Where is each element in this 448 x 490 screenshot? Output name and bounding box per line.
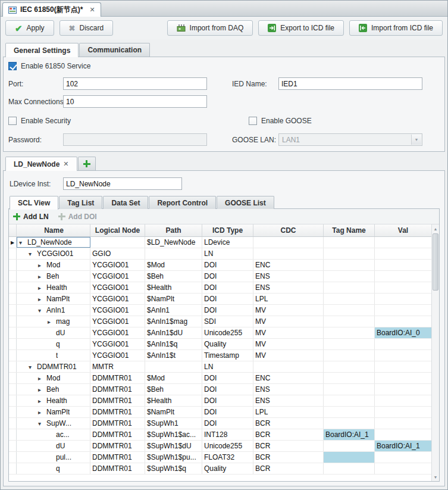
cell-tag-name[interactable] — [324, 395, 375, 406]
table-row[interactable]: ▾SupW...DDMMTR01$SupWh1DOIBCR — [9, 418, 431, 429]
add-doi-button[interactable]: Add DOI — [58, 213, 97, 221]
header-logical-node[interactable]: Logical Node — [90, 224, 145, 236]
port-input[interactable] — [63, 77, 207, 90]
cell-tag-name[interactable] — [324, 237, 375, 248]
cell-val[interactable] — [375, 384, 431, 395]
add-ln-button[interactable]: Add LN — [13, 213, 49, 221]
row-gutter[interactable] — [9, 339, 17, 349]
row-gutter[interactable] — [9, 260, 17, 270]
row-gutter[interactable] — [9, 418, 17, 429]
cell-tag-name[interactable] — [324, 305, 375, 316]
table-row[interactable]: dUYCGGIO01$AnIn1$dUUnicode255MVBoardIO:A… — [9, 327, 431, 339]
enable-61850-service-checkbox[interactable]: Enable 61850 Service — [8, 62, 90, 70]
row-gutter[interactable] — [9, 452, 17, 463]
tab-general-settings[interactable]: General Settings — [5, 43, 79, 57]
collapse-arrow-icon[interactable]: ▾ — [29, 364, 37, 370]
expand-arrow-icon[interactable]: ▸ — [48, 319, 56, 325]
cell-tag-name[interactable] — [324, 407, 375, 417]
cell-tag-name[interactable] — [324, 463, 375, 474]
tab-ld-newnode[interactable]: LD_NewNode ✕ — [5, 157, 77, 171]
table-row[interactable]: ▶▾LD_NewNode$LD_NewNodeLDevice — [9, 237, 431, 248]
cell-val[interactable]: BoardIO:AI_0 — [375, 327, 431, 338]
tab-data-set[interactable]: Data Set — [103, 196, 148, 209]
cell-val[interactable] — [375, 373, 431, 383]
tab-scl-view[interactable]: SCL View — [10, 196, 58, 210]
cell-val[interactable] — [375, 418, 431, 429]
import-from-daq-button[interactable]: Import from DAQ — [167, 20, 253, 36]
cell-tag-name[interactable] — [324, 271, 375, 282]
header-icd-type[interactable]: ICD Type — [202, 224, 253, 236]
expand-arrow-icon[interactable]: ▸ — [38, 262, 46, 269]
row-gutter[interactable] — [9, 463, 17, 474]
checkbox-unchecked-icon[interactable] — [249, 117, 257, 125]
table-row[interactable]: ▸BehYCGGIO01$BehDOIENS — [9, 271, 431, 282]
enable-security-checkbox[interactable]: Enable Security — [8, 117, 71, 125]
expand-arrow-icon[interactable]: ▸ — [38, 285, 46, 291]
cell-val[interactable] — [375, 294, 431, 304]
collapse-arrow-icon[interactable]: ▾ — [38, 307, 46, 314]
table-row[interactable]: ▾AnIn1YCGGIO01$AnIn1DOIMV — [9, 305, 431, 316]
row-gutter[interactable] — [9, 373, 17, 383]
cell-val[interactable] — [375, 271, 431, 282]
cell-tag-name[interactable]: BoardIO:AI_1 — [324, 429, 375, 440]
row-gutter[interactable] — [9, 395, 17, 406]
cell-tag-name[interactable] — [324, 350, 375, 361]
row-gutter[interactable] — [9, 441, 17, 451]
expand-arrow-icon[interactable]: ▸ — [38, 296, 46, 302]
cell-val[interactable] — [375, 429, 431, 440]
table-row[interactable]: ▸NamPltDDMMTR01$NamPltDOILPL — [9, 407, 431, 418]
header-path[interactable]: Path — [145, 224, 202, 236]
table-row[interactable]: ▸ModDDMMTR01$ModDOIENC — [9, 373, 431, 384]
cell-tag-name[interactable] — [324, 339, 375, 349]
cell-val[interactable] — [375, 316, 431, 327]
checkbox-checked-icon[interactable] — [8, 62, 17, 70]
table-row[interactable]: ▸NamPltYCGGIO01$NamPltDOILPL — [9, 294, 431, 305]
row-gutter[interactable] — [9, 429, 17, 440]
table-row[interactable]: ▸HealthDDMMTR01$HealthDOIENS — [9, 395, 431, 407]
table-row[interactable]: ▾DDMMTR01MMTRLN — [9, 361, 431, 373]
table-row[interactable]: pul...DDMMTR01$SupWh1$pu...FLOAT32BCR — [9, 452, 431, 463]
table-row[interactable]: ▸magYCGGIO01$AnIn1$magSDIMV — [9, 316, 431, 327]
header-cdc[interactable]: CDC — [253, 224, 324, 236]
apply-button[interactable]: ✔ Apply — [5, 20, 54, 36]
tab-communication[interactable]: Communication — [79, 43, 150, 57]
table-row[interactable]: ▸HealthYCGGIO01$HealthDOIENS — [9, 282, 431, 294]
cell-tag-name[interactable] — [324, 373, 375, 383]
cell-val[interactable] — [375, 350, 431, 361]
cell-tag-name[interactable] — [324, 282, 375, 293]
table-row[interactable]: tYCGGIO01$AnIn1$tTimestampMV — [9, 350, 431, 361]
add-ldevice-tab-button[interactable] — [78, 157, 96, 170]
cell-tag-name[interactable] — [324, 361, 375, 372]
row-gutter[interactable] — [9, 361, 17, 372]
cell-tag-name[interactable] — [324, 260, 375, 270]
tab-goose-list[interactable]: GOOSE List — [217, 196, 274, 209]
cell-val[interactable] — [375, 361, 431, 372]
collapse-arrow-icon[interactable]: ▾ — [19, 239, 27, 246]
close-tab-icon[interactable]: ✕ — [89, 6, 95, 14]
header-name[interactable]: Name — [17, 224, 90, 236]
collapse-arrow-icon[interactable]: ▾ — [38, 420, 46, 427]
table-row[interactable]: qYCGGIO01$AnIn1$qQualityMV — [9, 339, 431, 350]
expand-arrow-icon[interactable]: ▸ — [38, 273, 46, 280]
cell-tag-name[interactable] — [324, 418, 375, 429]
row-gutter[interactable] — [9, 248, 17, 259]
current-row-indicator[interactable]: ▶ — [9, 237, 17, 248]
expand-arrow-icon[interactable]: ▸ — [38, 409, 46, 416]
expand-arrow-icon[interactable]: ▸ — [38, 375, 46, 382]
row-gutter[interactable] — [9, 350, 17, 361]
doc-tab-iec61850[interactable]: IEC 61850(新节点)* ✕ — [2, 2, 101, 17]
cell-tag-name[interactable] — [324, 248, 375, 259]
cell-tag-name[interactable] — [324, 452, 375, 463]
expand-arrow-icon[interactable]: ▸ — [38, 386, 46, 393]
cell-val[interactable] — [375, 407, 431, 417]
cell-val[interactable] — [375, 395, 431, 406]
cell-val[interactable] — [375, 463, 431, 474]
table-row[interactable]: dUDDMMTR01$SupWh1$dUUnicode255BCRBoardIO… — [9, 441, 431, 452]
header-val[interactable]: Val — [375, 224, 431, 236]
ied-name-input[interactable] — [278, 77, 422, 90]
scrollbar-thumb[interactable] — [433, 233, 438, 291]
row-gutter[interactable] — [9, 407, 17, 417]
cell-val[interactable] — [375, 339, 431, 349]
row-gutter[interactable] — [9, 271, 17, 282]
cell-val[interactable] — [375, 305, 431, 316]
